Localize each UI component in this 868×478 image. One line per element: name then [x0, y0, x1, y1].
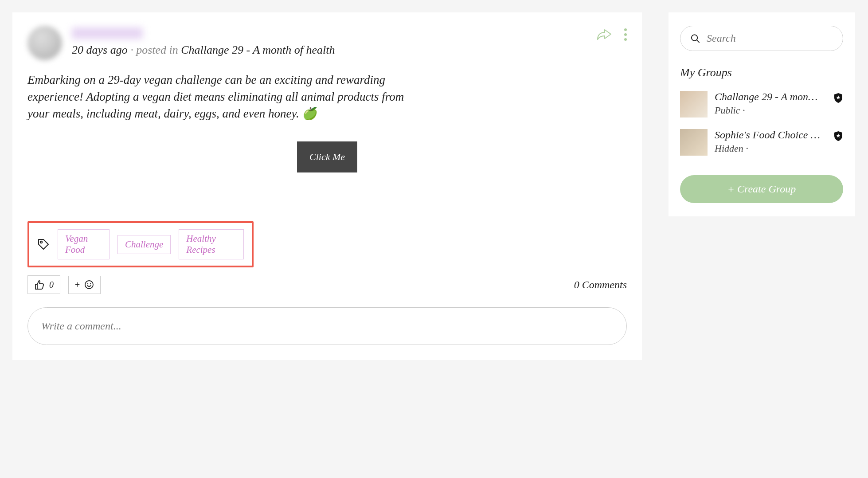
post-group-link[interactable]: Challange 29 - A month of health	[181, 43, 335, 56]
comment-input[interactable]	[27, 307, 627, 345]
group-thumbnail	[680, 91, 708, 118]
post-body-text: Embarking on a 29-day vegan challenge ca…	[27, 72, 413, 122]
tag-icon	[37, 238, 50, 251]
group-item[interactable]: Challange 29 - A mon… Public ·	[680, 91, 843, 118]
group-item[interactable]: Sophie's Food Choice … Hidden ·	[680, 129, 843, 156]
tag-chip[interactable]: Challenge	[117, 235, 171, 254]
group-text: Sophie's Food Choice … Hidden ·	[715, 129, 826, 154]
group-text: Challange 29 - A mon… Public ·	[715, 91, 826, 116]
post-header: 20 days ago · posted in Challange 29 - A…	[27, 26, 627, 60]
shield-badge-icon	[833, 93, 843, 105]
avatar[interactable]	[27, 26, 62, 60]
post-meta-line: 20 days ago · posted in Challange 29 - A…	[72, 43, 587, 57]
post-card: 20 days ago · posted in Challange 29 - A…	[12, 12, 642, 360]
tag-chip[interactable]: Vegan Food	[58, 229, 109, 259]
search-icon	[690, 33, 700, 44]
more-options-icon[interactable]	[624, 28, 627, 41]
author-name-redacted	[72, 27, 143, 39]
svg-point-3	[90, 283, 91, 284]
plus-icon: +	[75, 280, 80, 290]
share-icon[interactable]	[597, 29, 612, 40]
search-input[interactable]	[707, 32, 833, 44]
shield-badge-icon	[833, 131, 843, 143]
svg-line-5	[696, 39, 699, 42]
my-groups-heading: My Groups	[680, 66, 843, 79]
group-name: Sophie's Food Choice …	[715, 129, 826, 141]
comments-count[interactable]: 0 Comments	[574, 279, 627, 291]
group-visibility: Hidden ·	[715, 143, 826, 154]
like-count: 0	[49, 280, 54, 290]
group-thumbnail	[680, 129, 708, 156]
svg-point-1	[85, 281, 93, 289]
posted-in-label: posted in	[136, 43, 178, 56]
meta-separator: ·	[130, 43, 136, 56]
post-group-name: Challange 29 - A month of health	[181, 43, 335, 56]
add-reaction-button[interactable]: +	[68, 276, 101, 294]
tags-container-highlighted: Vegan Food Challenge Healthy Recipes	[27, 221, 254, 267]
click-me-button[interactable]: Click Me	[297, 141, 357, 172]
group-name: Challange 29 - A mon…	[715, 91, 826, 103]
tag-chip[interactable]: Healthy Recipes	[179, 229, 244, 259]
post-header-text: 20 days ago · posted in Challange 29 - A…	[72, 26, 587, 57]
smile-icon	[84, 280, 94, 290]
group-visibility: Public ·	[715, 105, 826, 116]
like-button[interactable]: 0	[27, 275, 60, 294]
svg-point-0	[40, 241, 42, 243]
post-header-actions	[597, 26, 627, 41]
search-box[interactable]	[680, 26, 843, 51]
reactions-row: 0 + 0 Comments	[27, 275, 627, 294]
thumbs-up-icon	[34, 279, 45, 290]
post-time: 20 days ago	[72, 43, 128, 56]
sidebar: My Groups Challange 29 - A mon… Public ·…	[669, 12, 855, 216]
svg-point-2	[87, 283, 88, 284]
create-group-button[interactable]: + Create Group	[680, 175, 843, 203]
